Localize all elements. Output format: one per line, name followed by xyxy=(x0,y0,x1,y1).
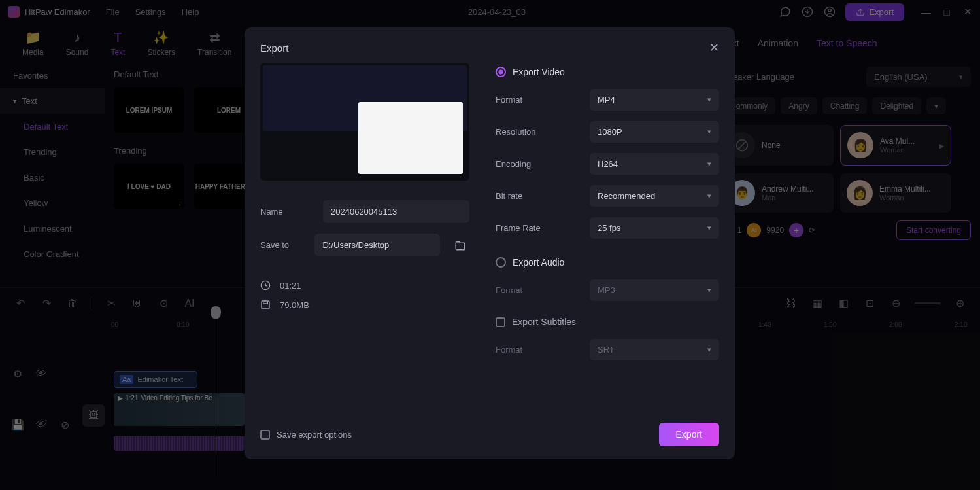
chevron-down-icon: ▾ xyxy=(707,160,711,168)
name-label: Name xyxy=(260,207,313,217)
bitrate-label: Bit rate xyxy=(496,191,522,201)
export-action-button[interactable]: Export xyxy=(659,423,719,446)
save-to-input[interactable] xyxy=(314,234,440,256)
chevron-down-icon: ▾ xyxy=(707,224,711,232)
format-select[interactable]: MP4▾ xyxy=(590,89,719,111)
disk-icon xyxy=(260,300,272,310)
chevron-down-icon: ▾ xyxy=(707,192,711,200)
size-value: 79.0MB xyxy=(280,300,309,310)
encoding-select[interactable]: H264▾ xyxy=(590,153,719,175)
framerate-select[interactable]: 25 fps▾ xyxy=(590,217,719,239)
subs-format-label: Format xyxy=(496,345,522,355)
clock-icon xyxy=(260,280,272,290)
chevron-down-icon: ▾ xyxy=(707,96,711,104)
bitrate-select[interactable]: Recommended▾ xyxy=(590,185,719,207)
export-modal: Export ✕ Name Save to 01:21 xyxy=(245,27,735,459)
framerate-label: Frame Rate xyxy=(496,223,541,233)
export-video-radio[interactable] xyxy=(496,67,506,77)
resolution-label: Resolution xyxy=(496,127,535,137)
export-subtitles-checkbox[interactable] xyxy=(496,317,505,327)
export-audio-radio[interactable] xyxy=(496,257,506,268)
save-export-options[interactable]: Save export options xyxy=(260,430,352,440)
export-audio-label: Export Audio xyxy=(513,257,564,268)
name-input[interactable] xyxy=(323,200,469,223)
modal-close-button[interactable]: ✕ xyxy=(709,41,719,55)
save-to-label: Save to xyxy=(260,240,304,250)
chevron-down-icon: ▾ xyxy=(707,345,711,354)
encoding-label: Encoding xyxy=(496,159,531,169)
browse-folder-button[interactable] xyxy=(450,234,469,256)
export-subtitles-label: Export Subtitles xyxy=(512,317,576,327)
format-label: Format xyxy=(496,95,522,105)
audio-format-label: Format xyxy=(496,285,522,295)
save-options-checkbox[interactable] xyxy=(260,430,270,440)
subs-format-select: SRT▾ xyxy=(590,339,719,360)
duration-value: 01:21 xyxy=(280,281,301,290)
resolution-select[interactable]: 1080P▾ xyxy=(590,121,719,143)
export-video-label: Export Video xyxy=(513,67,565,77)
chevron-down-icon: ▾ xyxy=(707,128,711,136)
export-preview xyxy=(260,63,469,181)
audio-format-select: MP3▾ xyxy=(590,279,719,301)
svg-rect-5 xyxy=(262,301,269,309)
chevron-down-icon: ▾ xyxy=(707,286,711,294)
modal-title: Export xyxy=(260,43,288,54)
